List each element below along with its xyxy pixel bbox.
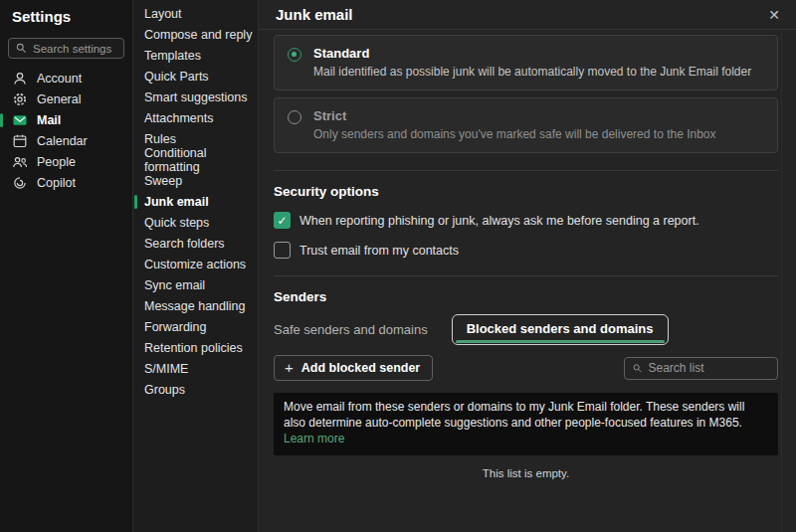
sidebar-item-people[interactable]: People (0, 151, 132, 172)
blocked-list-search-input[interactable] (648, 361, 770, 375)
copilot-icon (12, 175, 28, 191)
subnav-label: Junk email (144, 195, 209, 209)
tab-blocked-senders[interactable]: Blocked senders and domains (452, 314, 669, 345)
option-title: Standard (313, 46, 751, 61)
blocked-senders-info-banner: Move email from these senders or domains… (274, 393, 778, 455)
subnav-item-smart-suggestions[interactable]: Smart suggestions (133, 87, 258, 107)
radio-standard[interactable] (288, 48, 301, 62)
option-description: Only senders and domains you've marked s… (313, 127, 716, 141)
tab-safe-senders[interactable]: Safe senders and domains (274, 315, 428, 344)
search-icon (15, 42, 28, 55)
radio-option-strict[interactable]: Strict Only senders and domains you've m… (274, 97, 778, 153)
subnav-item-layout[interactable]: Layout (133, 3, 258, 24)
selected-accent-bar (134, 195, 137, 209)
checkbox-label: Trust email from my contacts (299, 244, 459, 258)
subnav-item-conditional-formatting[interactable]: Conditional formatting (133, 149, 258, 170)
sidebar-item-copilot[interactable]: Copilot (0, 172, 132, 193)
subnav-item-retention-policies[interactable]: Retention policies (133, 337, 258, 358)
account-icon (12, 71, 28, 87)
subnav-label: Retention policies (144, 341, 243, 355)
settings-nav: Account General Mail Calendar (0, 68, 132, 193)
settings-search[interactable] (8, 38, 124, 59)
radio-strict[interactable] (288, 110, 301, 124)
subnav-label: S/MIME (144, 362, 188, 376)
subnav-label: Rules (144, 132, 176, 146)
subnav-item-junk-email[interactable]: Junk email (133, 191, 258, 212)
people-icon (12, 154, 28, 170)
subnav-label: Quick Parts (144, 70, 209, 84)
senders-heading: Senders (274, 289, 778, 304)
scrollbar-gutter (781, 30, 782, 532)
checkbox-unchecked[interactable] (274, 242, 291, 259)
blocked-list-search[interactable] (624, 357, 778, 380)
section-divider (274, 275, 778, 276)
subnav-item-quick-parts[interactable]: Quick Parts (133, 66, 258, 87)
radio-option-text: Standard Mail identified as possible jun… (313, 46, 751, 79)
blocked-list-actions: + Add blocked sender (274, 355, 778, 381)
subnav-label: Forwarding (144, 320, 207, 334)
empty-list-message: This list is empty. (274, 467, 778, 479)
subnav-label: Customize actions (144, 258, 246, 271)
radio-option-text: Strict Only senders and domains you've m… (313, 108, 716, 141)
subnav-item-sync-email[interactable]: Sync email (133, 274, 258, 295)
settings-sidebar: Settings Account General (0, 0, 133, 532)
selected-accent-bar (0, 113, 3, 127)
subnav-label: Search folders (144, 237, 225, 251)
search-icon (632, 362, 643, 375)
sidebar-item-label: People (37, 155, 76, 169)
subnav-item-message-handling[interactable]: Message handling (133, 295, 258, 316)
subnav-label: Message handling (144, 299, 245, 313)
checkbox-row-trust-contacts[interactable]: Trust email from my contacts (274, 242, 778, 259)
subnav-item-compose-and-reply[interactable]: Compose and reply (133, 24, 258, 45)
tab-label: Blocked senders and domains (467, 321, 654, 336)
sidebar-item-label: Account (37, 72, 82, 86)
subnav-label: Sweep (144, 174, 182, 188)
sidebar-item-general[interactable]: General (0, 89, 132, 109)
junk-email-panel: Junk email ✕ Standard Mail identified as… (259, 0, 796, 532)
sidebar-item-account[interactable]: Account (0, 68, 132, 89)
subnav-item-attachments[interactable]: Attachments (133, 107, 258, 128)
banner-text: Move email from these senders or domains… (284, 400, 744, 430)
close-icon[interactable]: ✕ (768, 8, 780, 22)
plus-icon: + (285, 360, 294, 375)
checkbox-checked[interactable]: ✓ (274, 212, 291, 229)
radio-option-standard[interactable]: Standard Mail identified as possible jun… (274, 35, 778, 90)
subnav-label: Attachments (144, 111, 213, 125)
subnav-item-smime[interactable]: S/MIME (133, 358, 258, 379)
sidebar-item-calendar[interactable]: Calendar (0, 130, 132, 151)
page-title: Junk email (276, 6, 353, 23)
subnav-label: Compose and reply (144, 28, 252, 42)
subnav-item-customize-actions[interactable]: Customize actions (133, 254, 258, 274)
checkbox-label: When reporting phishing or junk, always … (299, 214, 699, 228)
subnav-label: Templates (144, 49, 201, 63)
subnav-item-quick-steps[interactable]: Quick steps (133, 212, 258, 233)
subnav-label: Quick steps (144, 216, 209, 230)
checkbox-row-reporting[interactable]: ✓ When reporting phishing or junk, alway… (274, 212, 778, 229)
sidebar-item-label: General (37, 92, 81, 106)
sidebar-item-label: Mail (37, 113, 61, 127)
section-divider (274, 170, 778, 171)
option-description: Mail identified as possible junk will be… (313, 65, 751, 79)
tab-active-underline (456, 340, 665, 343)
learn-more-link[interactable]: Learn more (284, 432, 344, 445)
panel-header: Junk email ✕ (259, 0, 796, 30)
option-title: Strict (313, 108, 716, 123)
subnav-item-forwarding[interactable]: Forwarding (133, 316, 258, 337)
subnav-label: Groups (144, 383, 185, 397)
subnav-label: Sync email (144, 278, 205, 292)
settings-title: Settings (0, 6, 132, 25)
sidebar-item-label: Copilot (37, 176, 76, 190)
subnav-item-templates[interactable]: Templates (133, 45, 258, 66)
sidebar-item-mail[interactable]: Mail (0, 109, 132, 130)
subnav-label: Smart suggestions (144, 90, 248, 104)
add-blocked-sender-button[interactable]: + Add blocked sender (274, 355, 433, 381)
gear-icon (12, 91, 28, 107)
add-button-label: Add blocked sender (301, 361, 420, 375)
sidebar-item-label: Calendar (37, 134, 88, 148)
subnav-item-search-folders[interactable]: Search folders (133, 233, 258, 254)
security-options-heading: Security options (274, 184, 778, 199)
settings-search-input[interactable] (33, 43, 117, 55)
mail-settings-subnav: Layout Compose and reply Templates Quick… (133, 0, 259, 532)
subnav-item-sweep[interactable]: Sweep (133, 170, 258, 191)
subnav-item-groups[interactable]: Groups (133, 379, 258, 400)
